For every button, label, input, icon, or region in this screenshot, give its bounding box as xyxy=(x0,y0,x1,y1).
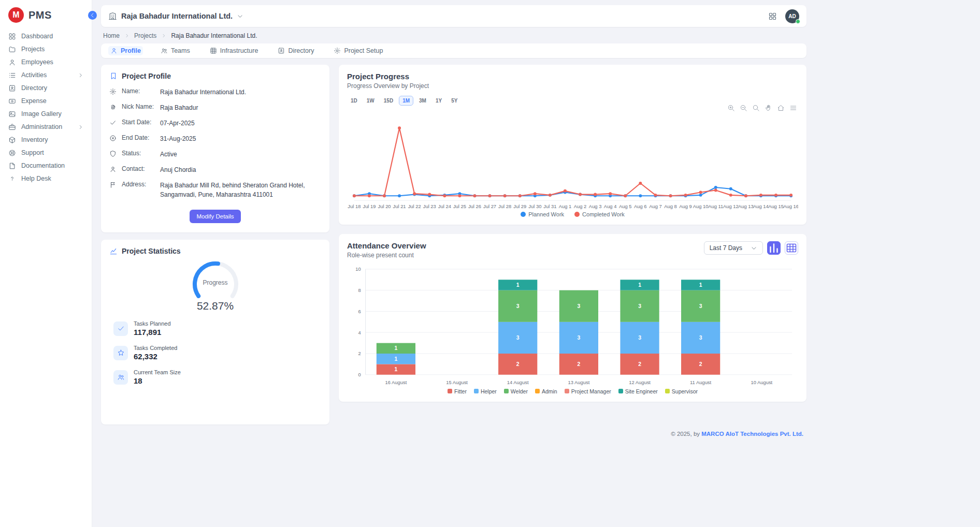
chart-zoom-button[interactable] xyxy=(752,104,760,112)
bar-chart-icon xyxy=(768,242,780,254)
svg-text:1: 1 xyxy=(699,282,702,288)
sidebar-item-expense[interactable]: Expense xyxy=(0,95,92,108)
sidebar-item-inventory[interactable]: Inventory xyxy=(0,134,92,147)
progress-card-subtitle: Progress Overview by Project xyxy=(347,82,798,90)
sidebar-item-help-desk[interactable]: Help Desk xyxy=(0,172,92,185)
people-icon xyxy=(161,47,168,54)
chart-home-button[interactable] xyxy=(777,104,785,112)
table-icon xyxy=(785,242,798,254)
apps-grid-button[interactable] xyxy=(768,12,777,21)
range-15d-button[interactable]: 15D xyxy=(380,96,397,106)
sidebar-item-support[interactable]: Support xyxy=(0,147,92,159)
chart-pan-button[interactable] xyxy=(765,104,772,112)
progress-gauge: Progress xyxy=(182,259,249,304)
person-icon xyxy=(110,47,118,54)
chart-zoom-in-button[interactable] xyxy=(727,104,735,112)
legend-supervisor[interactable]: Supervisor xyxy=(665,388,698,394)
chart-menu-button[interactable] xyxy=(789,104,797,112)
sidebar-item-projects[interactable]: Projects xyxy=(0,43,92,56)
dashboard-icon xyxy=(8,33,16,40)
svg-text:0: 0 xyxy=(358,372,361,377)
app-logo[interactable]: M PMS xyxy=(0,0,92,30)
company-selector[interactable]: Raja Bahadur International Ltd. xyxy=(108,12,243,21)
stat-tile xyxy=(113,370,128,385)
menu-icon xyxy=(789,104,797,112)
bookmark-icon xyxy=(109,72,118,80)
legend-welder[interactable]: Welder xyxy=(504,388,528,394)
tab-teams[interactable]: Teams xyxy=(158,46,192,55)
sidebar-item-label: Support xyxy=(21,149,44,157)
project-profile-card: Project Profile Name:Raja Bahadur Intern… xyxy=(101,65,329,232)
progress-card-title: Project Progress xyxy=(347,72,409,81)
zoom-icon xyxy=(752,104,760,112)
range-1y-button[interactable]: 1Y xyxy=(432,96,445,106)
svg-text:13 August: 13 August xyxy=(568,379,589,385)
svg-text:2: 2 xyxy=(516,361,520,367)
breadcrumb-item[interactable]: Projects xyxy=(134,32,156,39)
sidebar-item-image-gallery[interactable]: Image Gallery xyxy=(0,108,92,121)
legend-admin[interactable]: Admin xyxy=(535,388,557,394)
tab-infrastructure[interactable]: Infrastructure xyxy=(208,46,261,55)
chart-view-toggle[interactable] xyxy=(767,241,781,255)
main-content: Raja Bahadur International Ltd. AD HomeP… xyxy=(92,0,806,444)
tab-directory[interactable]: Directory xyxy=(276,46,316,55)
profile-field-row: Contact:Anuj Chordia xyxy=(109,162,321,178)
svg-text:4: 4 xyxy=(358,330,361,335)
progress-line-chart[interactable]: Jul 18Jul 19Jul 20Jul 21Jul 22Jul 23Jul … xyxy=(347,113,798,210)
legend-label: Welder xyxy=(511,388,528,394)
legend-site-engineer[interactable]: Site Engineer xyxy=(618,388,658,394)
stat-row: Current Team Size18 xyxy=(113,369,321,385)
tab-label: Teams xyxy=(171,47,190,54)
svg-text:2: 2 xyxy=(358,351,361,357)
gear-icon xyxy=(334,47,341,54)
breadcrumb-item[interactable]: Home xyxy=(103,32,120,39)
svg-text:Jul 30: Jul 30 xyxy=(528,203,541,209)
legend-label: Admin xyxy=(542,388,557,394)
sidebar-item-employees[interactable]: Employees xyxy=(0,56,92,69)
svg-text:Aug 1: Aug 1 xyxy=(559,203,572,209)
legend-project-manager[interactable]: Project Manager xyxy=(565,388,611,394)
legend-fitter[interactable]: Fitter xyxy=(448,388,467,394)
range-1w-button[interactable]: 1W xyxy=(363,96,378,106)
administration-icon xyxy=(8,123,16,131)
breadcrumb-separator xyxy=(161,33,166,38)
sidebar-item-directory[interactable]: Directory xyxy=(0,82,92,95)
inventory-icon xyxy=(8,136,16,144)
legend-label: Project Manager xyxy=(571,388,611,394)
sidebar-item-administration[interactable]: Administration xyxy=(0,121,92,134)
footer-link[interactable]: MARCO AIoT Technologies Pvt. Ltd. xyxy=(701,431,803,437)
chart-zoom-out-button[interactable] xyxy=(740,104,747,112)
sidebar-item-documentation[interactable]: Documentation xyxy=(0,159,92,172)
tab-project-setup[interactable]: Project Setup xyxy=(332,46,385,55)
attendance-bar-chart[interactable]: 024681011116 August15 August233114 Augus… xyxy=(347,264,798,386)
svg-text:Aug 6: Aug 6 xyxy=(634,203,647,209)
table-view-toggle[interactable] xyxy=(785,241,798,255)
sidebar-item-dashboard[interactable]: Dashboard xyxy=(0,30,92,43)
tab-profile[interactable]: Profile xyxy=(108,46,143,55)
svg-text:15 August: 15 August xyxy=(446,379,468,385)
user-avatar[interactable]: AD xyxy=(785,9,799,23)
range-3m-button[interactable]: 3M xyxy=(415,96,430,106)
range-1m-button[interactable]: 1M xyxy=(399,96,413,106)
sidebar-collapse-button[interactable] xyxy=(88,11,97,20)
header-actions: AD xyxy=(768,9,799,23)
chevron-right-icon xyxy=(124,33,129,38)
profile-field-row: Nick Name:Raja Bahadur xyxy=(109,100,321,115)
legend-helper[interactable]: Helper xyxy=(474,388,497,394)
building-icon xyxy=(108,12,117,21)
range-1d-button[interactable]: 1D xyxy=(347,96,361,106)
attendance-filter-select[interactable]: Last 7 Days xyxy=(704,241,763,255)
svg-text:Aug 5: Aug 5 xyxy=(619,203,632,209)
modify-details-button[interactable]: Modify Details xyxy=(190,210,240,223)
svg-text:1: 1 xyxy=(395,367,398,372)
sidebar-item-activities[interactable]: Activities xyxy=(0,69,92,82)
legend-completed-work[interactable]: Completed Work xyxy=(574,211,625,217)
stat-label: Tasks Planned xyxy=(134,320,171,327)
legend-planned-work[interactable]: Planned Work xyxy=(521,211,564,217)
bar-chart-legend: FitterHelperWelderAdminProject ManagerSi… xyxy=(347,388,798,394)
statistics-card-title: Project Statistics xyxy=(122,247,181,255)
svg-text:3: 3 xyxy=(577,335,580,341)
svg-text:Aug 11: Aug 11 xyxy=(708,203,723,209)
directory-icon xyxy=(8,84,16,92)
range-5y-button[interactable]: 5Y xyxy=(448,96,461,106)
